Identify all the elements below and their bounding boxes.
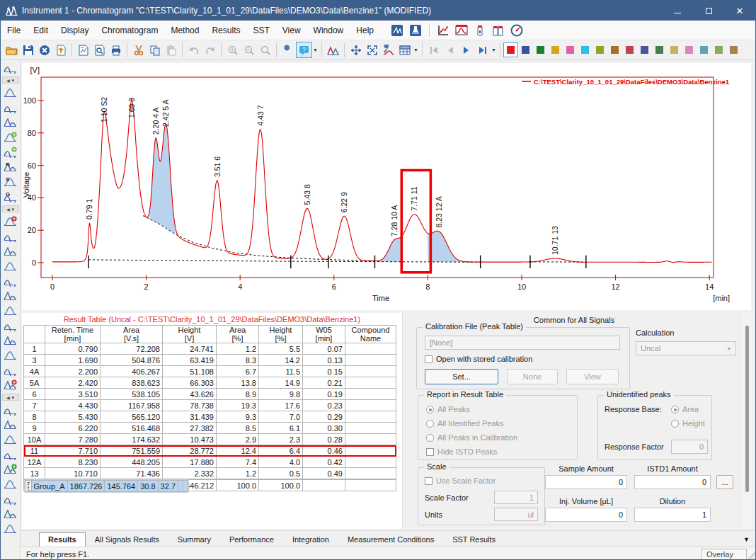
- row-id-cell[interactable]: 10A: [24, 434, 45, 445]
- next-chromatogram-button[interactable]: [458, 42, 474, 58]
- calculation-dropdown[interactable]: Uncal ▼: [636, 341, 736, 355]
- column-header[interactable]: [24, 326, 45, 343]
- all-identified-peaks-radio[interactable]: All Identified Peaks: [426, 419, 504, 428]
- signal-color-swatch-4[interactable]: [548, 42, 563, 57]
- signal-color-swatch-1[interactable]: [503, 42, 518, 57]
- menu-results[interactable]: Results: [205, 22, 246, 39]
- table-cell[interactable]: 32.7: [158, 481, 178, 492]
- table-cell[interactable]: Group_A: [31, 481, 67, 492]
- report-setup-button[interactable]: [75, 42, 91, 58]
- result-table-setup-button-dropdown[interactable]: ▼: [413, 42, 419, 58]
- filled-peaks-tool[interactable]: [1, 303, 21, 318]
- overlay-signals-button[interactable]: [325, 42, 341, 58]
- tab-results[interactable]: Results: [39, 532, 86, 547]
- table-cell[interactable]: 2.9: [217, 434, 259, 445]
- toolbar-overflow-handle[interactable]: ◀ ▼: [2, 76, 19, 84]
- table-cell[interactable]: 1.2: [217, 343, 259, 355]
- table-cell[interactable]: 100.0: [217, 480, 259, 491]
- table-cell[interactable]: 1.2: [217, 468, 259, 479]
- table-cell[interactable]: 30.8: [138, 481, 158, 492]
- all-peaks-radio[interactable]: All Peaks: [426, 405, 470, 413]
- result-table-setup-button[interactable]: [396, 42, 413, 58]
- close-button[interactable]: ✕: [724, 1, 755, 21]
- toolbar-overflow-handle[interactable]: ◀ ▼: [2, 394, 19, 401]
- interactive-integration-button[interactable]: [380, 42, 396, 58]
- menu-help[interactable]: Help: [350, 22, 380, 39]
- istd1-amount-field[interactable]: 0: [634, 475, 711, 489]
- row-id-cell[interactable]: [25, 481, 31, 492]
- table-cell[interactable]: 448.205: [101, 457, 163, 468]
- table-row[interactable]: 10.79072.20824.7411.25.50.07: [24, 343, 396, 355]
- table-cell[interactable]: 24.741: [163, 343, 217, 355]
- table-cell[interactable]: 12.4: [217, 445, 259, 457]
- resize-grip[interactable]: [748, 552, 756, 560]
- table-cell[interactable]: 0.23: [303, 400, 345, 411]
- table-cell[interactable]: 2.332: [163, 468, 217, 479]
- table-cell[interactable]: 4.0: [259, 457, 303, 468]
- method-setup-icon[interactable]: [408, 23, 423, 38]
- tab-sst-results[interactable]: SST Results: [443, 532, 505, 547]
- signal-color-swatch-11[interactable]: [652, 42, 667, 57]
- table-row[interactable]: 12A8.230448.20517.8807.44.00.42: [24, 457, 396, 468]
- menu-edit[interactable]: Edit: [27, 22, 55, 39]
- signal-color-swatch-7[interactable]: [592, 42, 607, 57]
- table-cell[interactable]: 1167.958: [101, 400, 163, 411]
- minimize-button[interactable]: [662, 1, 693, 21]
- table-cell[interactable]: 8.230: [45, 457, 101, 468]
- table-cell[interactable]: 66.303: [163, 377, 217, 389]
- column-header[interactable]: Area[V.s]: [101, 326, 163, 343]
- table-cell[interactable]: 538.105: [101, 389, 163, 400]
- open-with-stored-calibration-checkbox[interactable]: Open with stored calibration: [425, 355, 532, 363]
- cut-integration-tool[interactable]: [1, 432, 21, 447]
- table-cell[interactable]: 51.108: [163, 366, 217, 377]
- save-chromatogram-button[interactable]: [20, 42, 36, 58]
- clamp-baseline-tool[interactable]: [1, 273, 21, 288]
- table-cell[interactable]: [303, 480, 345, 491]
- toolbar-overflow-handle[interactable]: ◀ ▼: [2, 205, 19, 212]
- response-factor-field[interactable]: 0: [671, 440, 708, 454]
- table-cell[interactable]: 10.473: [163, 434, 217, 445]
- table-cell[interactable]: 72.208: [101, 343, 163, 355]
- print-button[interactable]: [108, 42, 124, 58]
- istd-more-button[interactable]: ...: [716, 475, 733, 489]
- inj-volume-field[interactable]: 0: [545, 508, 627, 522]
- table-cell[interactable]: [178, 481, 183, 492]
- single-peak-tool[interactable]: [1, 476, 21, 491]
- table-cell[interactable]: [345, 400, 396, 411]
- unzoom-button[interactable]: [257, 42, 273, 58]
- calibration-file-field[interactable]: [None]: [425, 336, 620, 350]
- column-header[interactable]: Area[%]: [217, 326, 259, 343]
- table-cell[interactable]: 8.3: [217, 355, 259, 366]
- table-cell[interactable]: [345, 445, 396, 457]
- table-cell[interactable]: [345, 434, 396, 445]
- remove-group-tool[interactable]: [1, 377, 21, 392]
- peaks-together-tool[interactable]: [1, 288, 21, 303]
- scale-factor-field[interactable]: 1: [494, 491, 538, 504]
- table-cell[interactable]: 1.690: [45, 355, 101, 366]
- row-id-cell[interactable]: 4A: [24, 366, 45, 377]
- table-cell[interactable]: 565.120: [101, 411, 163, 423]
- table-cell[interactable]: 0.21: [303, 377, 345, 389]
- zoom-in-button[interactable]: [224, 42, 241, 58]
- table-cell[interactable]: 7.4: [217, 457, 259, 468]
- row-id-cell[interactable]: 5A: [24, 377, 45, 389]
- table-cell[interactable]: [345, 377, 396, 389]
- instrument-window-icon[interactable]: [390, 23, 404, 38]
- remove-peak-tool[interactable]: [1, 214, 21, 229]
- valley-to-valley-tool[interactable]: [1, 244, 21, 258]
- tab-measurement-conditions[interactable]: Measurement Conditions: [338, 532, 443, 547]
- tab-all-signals-results[interactable]: All Signals Results: [86, 532, 168, 547]
- table-cell[interactable]: [345, 355, 396, 366]
- menu-sst[interactable]: SST: [246, 22, 275, 39]
- table-cell[interactable]: 11.5: [259, 366, 303, 377]
- table-row[interactable]: 10A7.280174.63210.4732.92.30.28: [24, 434, 396, 445]
- table-cell[interactable]: 2.200: [45, 366, 101, 377]
- approve-integration-tool[interactable]: [1, 462, 21, 476]
- redo-button[interactable]: [202, 42, 218, 58]
- table-cell[interactable]: 0.07: [303, 343, 345, 355]
- menu-window[interactable]: Window: [307, 22, 350, 39]
- merge-peaks-tool[interactable]: [1, 229, 21, 244]
- table-cell[interactable]: 2.3: [259, 434, 303, 445]
- table-row-highlighted[interactable]: 117.710751.55928.77212.46.40.46: [24, 445, 396, 457]
- table-row[interactable]: 96.220516.46827.3828.56.10.30: [24, 423, 396, 434]
